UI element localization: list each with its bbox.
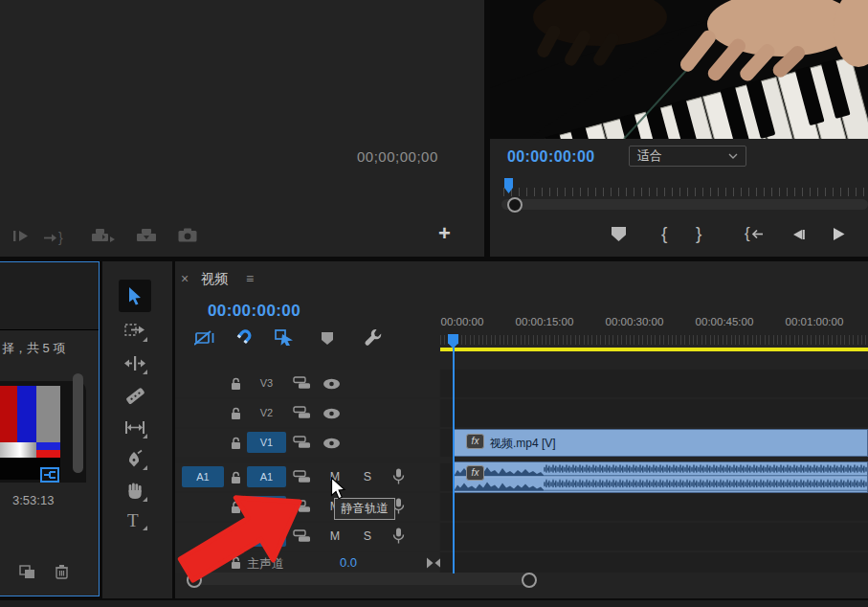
track-header-v3: V3	[175, 370, 439, 397]
sync-lock-icon[interactable]	[293, 406, 311, 419]
close-tab-icon[interactable]: ×	[181, 271, 189, 286]
project-panel: 择，共 5 项 3:53:13	[0, 261, 100, 596]
tools-panel: T	[102, 261, 172, 598]
zoom-handle-right[interactable]	[522, 573, 537, 588]
timeline-add-marker-icon[interactable]	[321, 331, 334, 346]
mute-track-tooltip: 静音轨道	[334, 498, 395, 520]
solo-button[interactable]: S	[361, 529, 374, 543]
lock-icon[interactable]	[230, 407, 242, 420]
selection-tool-icon	[125, 286, 145, 305]
track-visibility-eye-icon[interactable]	[323, 438, 341, 449]
selection-tool[interactable]	[119, 280, 151, 312]
razor-tool[interactable]	[124, 385, 145, 406]
slip-tool[interactable]	[124, 417, 145, 438]
source-monitor-panel: 00;00;00;00 } +	[0, 0, 484, 257]
extract-icon[interactable]	[136, 228, 159, 243]
render-bar	[440, 348, 868, 351]
solo-button[interactable]: S	[361, 470, 374, 483]
play-in-to-out-icon[interactable]	[12, 230, 29, 242]
mute-button[interactable]: M	[328, 529, 342, 543]
color-bars-thumbnail[interactable]	[0, 386, 60, 480]
ruler-label: 00:00:00:00	[440, 316, 498, 327]
fx-badge: fx	[466, 434, 484, 449]
video-clip[interactable]: fx 视频.mp4 [V]	[454, 429, 868, 457]
ruler-label: 00:00:45:00	[681, 316, 768, 327]
track-content-a3[interactable]	[440, 523, 868, 551]
track-header-v2: V2	[175, 399, 439, 427]
playhead-head[interactable]	[448, 334, 458, 348]
voiceover-mic-icon[interactable]	[392, 528, 405, 545]
program-mini-ruler[interactable]	[503, 188, 868, 196]
track-header-v1: V1	[175, 429, 439, 457]
timeline-settings-wrench-icon[interactable]	[363, 327, 383, 348]
mouse-cursor	[330, 477, 346, 501]
export-frame-camera-icon[interactable]	[178, 228, 197, 242]
go-to-in-icon[interactable]: {	[745, 224, 764, 243]
track-visibility-eye-icon[interactable]	[323, 378, 341, 390]
sequence-badge-icon[interactable]	[40, 467, 59, 483]
annotation-arrow	[172, 483, 311, 589]
ruler-label: 00:00:15:00	[501, 316, 588, 327]
lock-icon[interactable]	[230, 437, 242, 450]
pen-tool[interactable]	[124, 449, 145, 470]
voiceover-mic-icon[interactable]	[392, 468, 405, 485]
program-video-frame	[490, 0, 868, 139]
source-timecode: 00;00;00;00	[357, 148, 438, 165]
trash-icon[interactable]	[55, 564, 69, 579]
track-label-targeted[interactable]: V1	[247, 432, 286, 453]
nest-insert-toggle-icon[interactable]	[194, 329, 215, 347]
program-scrub-bar[interactable]	[501, 199, 868, 210]
sync-lock-icon[interactable]	[293, 436, 311, 449]
ripple-edit-tool[interactable]	[124, 353, 145, 374]
ruler-label: 00:00:30:00	[591, 316, 678, 327]
type-tool[interactable]: T	[127, 510, 139, 531]
sync-lock-icon[interactable]	[293, 470, 311, 483]
timeline-timecode[interactable]: 00:00:00:00	[208, 302, 300, 321]
program-timecode[interactable]: 00:00:00:00	[507, 148, 595, 166]
tab-title[interactable]: 视频	[201, 271, 228, 288]
lock-icon[interactable]	[230, 377, 242, 391]
add-button-icon[interactable]: +	[438, 221, 451, 246]
zoom-level-value: 适合	[637, 147, 662, 165]
sync-lock-icon[interactable]	[293, 376, 311, 390]
track-label[interactable]: V2	[247, 402, 286, 423]
track-content-v3[interactable]	[440, 370, 868, 397]
ruler-ticks[interactable]	[440, 335, 868, 345]
track-label[interactable]: V3	[247, 372, 286, 393]
master-volume-value[interactable]: 0.0	[340, 555, 357, 570]
track-select-tool[interactable]	[124, 321, 145, 342]
razor-icon	[124, 385, 145, 406]
playhead-line[interactable]	[453, 334, 455, 573]
linked-selection-icon[interactable]	[275, 328, 296, 346]
bottom-strip	[0, 600, 868, 607]
panel-menu-icon[interactable]: ≡	[246, 271, 254, 286]
lock-icon[interactable]	[230, 471, 242, 484]
program-scrub-handle[interactable]	[507, 197, 523, 213]
audio-waveform	[455, 462, 867, 492]
track-visibility-eye-icon[interactable]	[323, 408, 341, 419]
new-item-icon[interactable]	[19, 565, 35, 579]
hand-tool[interactable]	[124, 481, 145, 502]
item-duration: 3:53:13	[12, 493, 54, 507]
chevron-down-icon	[728, 153, 738, 159]
insert-icon[interactable]: }	[44, 230, 63, 245]
track-content-master	[440, 552, 868, 573]
fx-badge: fx	[466, 465, 484, 481]
track-content-a2[interactable]	[440, 493, 868, 521]
time-ruler[interactable]: 00:00:00:00 00:00:15:00 00:00:30:00 00:0…	[440, 316, 868, 330]
clip-name: 视频.mp4 [V]	[490, 436, 556, 452]
audio-clip[interactable]: fx	[454, 461, 868, 493]
premiere-pro-window: 00;00;00;00 } +	[0, 0, 868, 607]
project-scrollbar[interactable]	[73, 373, 83, 473]
play-icon[interactable]	[832, 227, 846, 241]
lift-icon[interactable]	[91, 228, 118, 243]
mark-in-icon[interactable]: {	[661, 223, 667, 244]
step-back-icon[interactable]	[791, 229, 806, 240]
snap-magnet-icon[interactable]	[235, 328, 253, 346]
track-content-v2[interactable]	[440, 399, 868, 427]
type-tool-icon: T	[127, 510, 139, 530]
program-monitor-panel: 00:00:00:00 适合 { } {	[490, 0, 868, 257]
mark-out-icon[interactable]: }	[696, 223, 701, 244]
zoom-level-dropdown[interactable]: 适合	[629, 146, 746, 167]
add-marker-icon[interactable]	[612, 227, 626, 241]
